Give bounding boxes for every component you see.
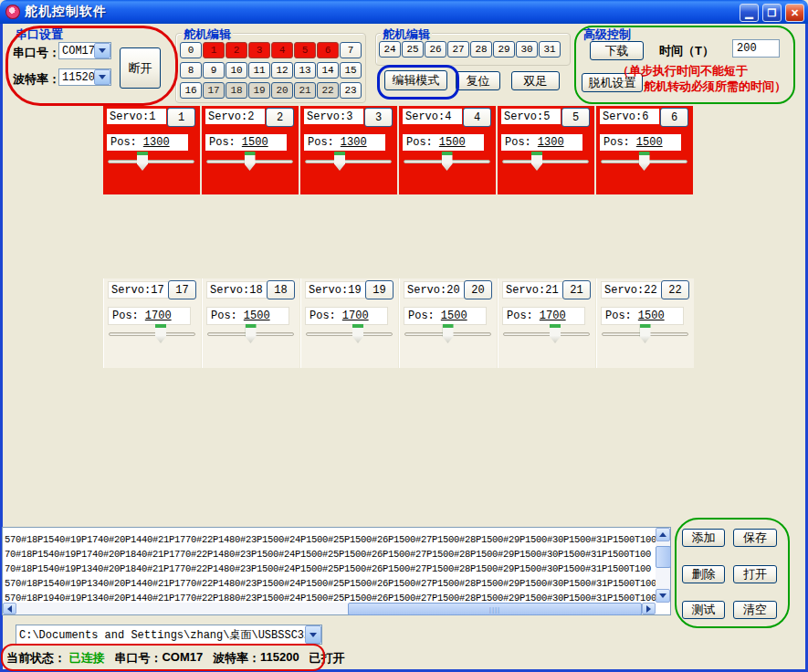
edit-mode-button[interactable]: 编辑模式 <box>384 70 447 90</box>
servo-number-button[interactable]: 1 <box>167 108 195 127</box>
servo-number-button[interactable]: 2 <box>266 108 294 127</box>
download-button[interactable]: 下载 <box>590 41 644 60</box>
servo-select-22[interactable]: 22 <box>317 82 339 99</box>
slider-thumb[interactable] <box>531 152 542 171</box>
slider-thumb[interactable] <box>640 324 651 343</box>
servo-number-button[interactable]: 17 <box>168 280 196 299</box>
servo-slider[interactable] <box>404 150 490 173</box>
servo-slider[interactable] <box>206 150 293 173</box>
servo-select-19[interactable]: 19 <box>248 82 270 99</box>
servo-slider[interactable] <box>305 150 392 173</box>
command-log-textarea[interactable]: 570#18P1540#19P1740#20P1440#21P1770#22P1… <box>2 527 671 615</box>
servo-select-11[interactable]: 11 <box>248 62 270 79</box>
servo-slider[interactable] <box>502 150 589 173</box>
scroll-up-icon[interactable] <box>656 528 670 541</box>
servo-number-button[interactable]: 22 <box>661 280 689 299</box>
servo-select-20[interactable]: 20 <box>271 82 293 99</box>
slider-track[interactable] <box>306 332 393 336</box>
servo-select-0[interactable]: 0 <box>180 42 202 58</box>
reset-button[interactable]: 复位 <box>456 71 500 90</box>
chevron-down-icon[interactable] <box>305 625 321 644</box>
slider-thumb[interactable] <box>442 152 453 171</box>
servo-select-27[interactable]: 27 <box>447 41 469 58</box>
save-button[interactable]: 保存 <box>733 529 777 547</box>
chevron-down-icon[interactable] <box>94 69 110 85</box>
baud-select[interactable]: 11520 <box>58 68 111 86</box>
servo-select-8[interactable]: 8 <box>180 62 202 79</box>
slider-thumb[interactable] <box>639 152 650 171</box>
maximize-icon[interactable]: ❐ <box>762 4 782 22</box>
servo-select-12[interactable]: 12 <box>271 62 293 79</box>
servo-select-18[interactable]: 18 <box>226 82 247 99</box>
servo-slider[interactable] <box>207 322 294 346</box>
servo-select-31[interactable]: 31 <box>539 41 561 58</box>
servo-select-28[interactable]: 28 <box>470 41 492 58</box>
slider-thumb[interactable] <box>137 152 148 171</box>
file-path-select[interactable]: C:\Documents and Settings\zhang\桌面\USBSS… <box>16 625 322 645</box>
horizontal-scroll-thumb[interactable]: |||| <box>348 603 642 615</box>
servo-number-button[interactable]: 20 <box>464 280 492 299</box>
servo-select-13[interactable]: 13 <box>294 62 316 79</box>
servo-select-26[interactable]: 26 <box>425 41 446 58</box>
servo-slider[interactable] <box>108 150 194 173</box>
slider-thumb[interactable] <box>246 324 257 343</box>
test-button[interactable]: 测试 <box>682 601 725 619</box>
servo-number-button[interactable]: 19 <box>365 280 394 299</box>
slider-track[interactable] <box>503 332 590 336</box>
servo-number-button[interactable]: 21 <box>562 280 591 299</box>
servo-select-10[interactable]: 10 <box>226 62 247 79</box>
disconnect-button[interactable]: 断开 <box>120 47 161 89</box>
slider-track[interactable] <box>109 332 195 336</box>
add-button[interactable]: 添加 <box>682 529 725 547</box>
servo-select-23[interactable]: 23 <box>340 82 362 99</box>
servo-select-5[interactable]: 5 <box>294 42 316 58</box>
open-button[interactable]: 打开 <box>733 565 777 583</box>
servo-slider[interactable] <box>404 322 491 346</box>
servo-select-9[interactable]: 9 <box>203 62 225 79</box>
biped-button[interactable]: 双足 <box>511 71 560 90</box>
slider-thumb[interactable] <box>352 324 363 343</box>
servo-select-6[interactable]: 6 <box>317 42 339 58</box>
servo-number-button[interactable]: 3 <box>364 108 393 127</box>
servo-select-3[interactable]: 3 <box>248 42 270 58</box>
slider-track[interactable] <box>108 160 194 163</box>
servo-select-1[interactable]: 1 <box>203 42 225 58</box>
horizontal-scrollbar[interactable]: |||| <box>3 603 656 614</box>
servo-slider[interactable] <box>109 322 195 346</box>
servo-select-25[interactable]: 25 <box>402 41 424 58</box>
servo-slider[interactable] <box>503 322 590 346</box>
slider-thumb[interactable] <box>550 324 561 343</box>
servo-select-17[interactable]: 17 <box>203 82 225 99</box>
vertical-scrollbar[interactable] <box>656 528 670 603</box>
servo-select-4[interactable]: 4 <box>271 42 293 58</box>
delete-button[interactable]: 删除 <box>682 565 725 583</box>
slider-thumb[interactable] <box>245 152 256 171</box>
minimize-icon[interactable]: ▁ <box>740 4 759 22</box>
servo-number-button[interactable]: 6 <box>660 108 688 127</box>
slider-thumb[interactable] <box>155 324 166 343</box>
chevron-down-icon[interactable] <box>94 43 110 58</box>
scroll-down-icon[interactable] <box>656 589 670 603</box>
servo-select-14[interactable]: 14 <box>317 62 339 79</box>
slider-track[interactable] <box>502 160 589 163</box>
clear-button[interactable]: 清空 <box>733 601 777 619</box>
close-icon[interactable]: ✕ <box>785 4 804 22</box>
servo-number-button[interactable]: 18 <box>267 280 295 299</box>
servo-select-16[interactable]: 16 <box>180 82 202 99</box>
servo-slider[interactable] <box>602 322 688 346</box>
servo-number-button[interactable]: 5 <box>561 108 590 127</box>
servo-number-button[interactable]: 4 <box>463 108 491 127</box>
servo-slider[interactable] <box>306 322 393 346</box>
servo-select-7[interactable]: 7 <box>340 42 362 58</box>
time-input[interactable]: 200 <box>732 39 780 58</box>
vertical-scroll-thumb[interactable] <box>656 546 671 568</box>
slider-thumb[interactable] <box>334 152 345 171</box>
port-select[interactable]: COM17 <box>58 42 111 59</box>
servo-select-15[interactable]: 15 <box>340 62 362 79</box>
slider-track[interactable] <box>305 160 392 163</box>
servo-select-24[interactable]: 24 <box>379 41 401 58</box>
servo-slider[interactable] <box>601 150 687 173</box>
servo-select-30[interactable]: 30 <box>516 41 538 58</box>
scroll-right-icon[interactable] <box>642 603 656 614</box>
servo-select-29[interactable]: 29 <box>493 41 515 58</box>
